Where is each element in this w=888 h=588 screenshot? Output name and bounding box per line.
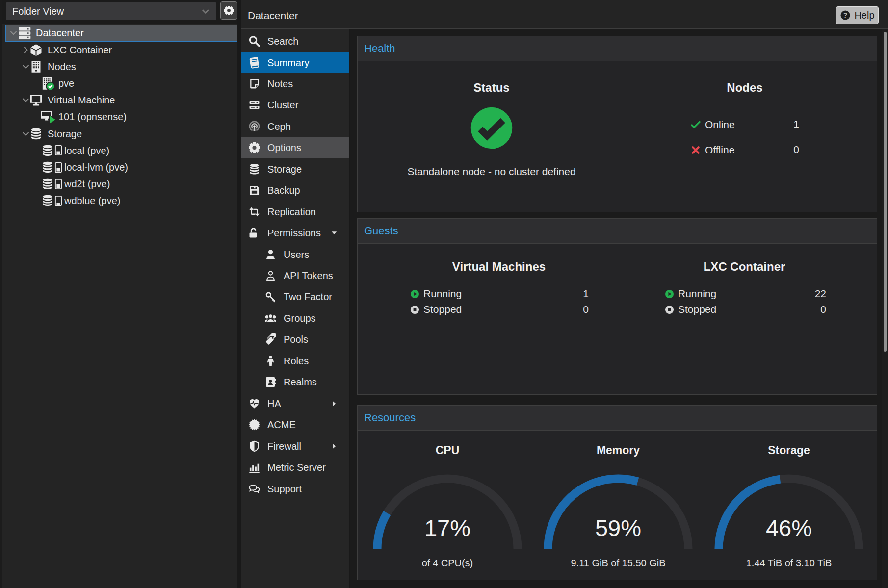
node-status-value: 0 bbox=[770, 144, 799, 155]
chevron-down-icon[interactable] bbox=[199, 5, 212, 18]
nav-item-label: Options bbox=[267, 142, 301, 153]
tree-item-label: 101 (opnsense) bbox=[58, 111, 127, 123]
building-icon bbox=[29, 60, 43, 73]
sticky-note-icon bbox=[248, 77, 261, 90]
node-status-label: Online bbox=[705, 119, 735, 130]
guests-panel-title: Guests bbox=[364, 225, 398, 237]
tree-item-label: local-lvm (pve) bbox=[64, 162, 128, 173]
guest-status-value: 0 bbox=[549, 304, 589, 315]
heartbeat-icon bbox=[248, 397, 261, 409]
database-icon bbox=[29, 127, 43, 140]
nav-item-firewall[interactable]: Firewall bbox=[241, 435, 349, 457]
nav-item-roles[interactable]: Roles bbox=[241, 350, 349, 371]
guests-column-title: LXC Container bbox=[704, 260, 785, 274]
nav-item-two-factor[interactable]: Two Factor bbox=[241, 286, 349, 307]
tree-item-label: Datacenter bbox=[36, 27, 84, 39]
guest-status-value: 1 bbox=[549, 288, 589, 300]
nav-item-metric-server[interactable]: Metric Server bbox=[241, 457, 349, 478]
tree-item-nodes[interactable]: Nodes bbox=[0, 58, 237, 75]
tree-item-virtual-machine[interactable]: Virtual Machine bbox=[0, 92, 237, 109]
tree-item-label: LXC Container bbox=[48, 44, 112, 55]
tree-toolbar: Folder View bbox=[0, 0, 237, 24]
tree-item-label: local (pve) bbox=[64, 145, 109, 156]
nav-item-label: Pools bbox=[284, 334, 308, 345]
server2-icon bbox=[248, 99, 261, 111]
gauge-title: Storage bbox=[768, 444, 810, 457]
guest-status-value: 0 bbox=[787, 304, 826, 315]
ceph-icon bbox=[248, 120, 261, 132]
status-text: Standalone node - no cluster defined bbox=[407, 166, 575, 178]
nav-item-acme[interactable]: ACME bbox=[241, 414, 349, 435]
nav-item-ha[interactable]: HA bbox=[241, 393, 349, 414]
tree-item-101-opnsense[interactable]: 101 (opnsense) bbox=[0, 108, 237, 126]
nav-item-users[interactable]: Users bbox=[241, 244, 349, 265]
guest-status-label: Running bbox=[678, 288, 716, 300]
tree-item-datacenter[interactable]: Datacenter bbox=[5, 25, 237, 42]
guest-status-row: Running bbox=[410, 286, 462, 301]
nav-item-label: Notes bbox=[267, 78, 293, 89]
nav-item-permissions[interactable]: Permissions bbox=[241, 222, 349, 243]
vertical-scrollbar[interactable] bbox=[882, 29, 888, 588]
nav-item-label: Storage bbox=[267, 163, 302, 175]
nav-item-groups[interactable]: Groups bbox=[241, 307, 349, 329]
nav-item-replication[interactable]: Replication bbox=[241, 201, 349, 222]
nav-item-notes[interactable]: Notes bbox=[241, 73, 349, 94]
caret-right-icon bbox=[329, 441, 340, 452]
caret-down-icon bbox=[329, 228, 340, 238]
nav-item-realms[interactable]: Realms bbox=[241, 372, 349, 393]
resources-panel: Resources CPU17%of 4 CPU(s)Memory59%9.11… bbox=[357, 405, 877, 580]
gauge-arc bbox=[364, 466, 531, 555]
view-selector-combobox[interactable]: Folder View bbox=[6, 2, 216, 20]
chevron-down-icon[interactable] bbox=[8, 28, 19, 38]
gauge-title: Memory bbox=[597, 444, 640, 457]
tree-item-lxc-container[interactable]: LXC Container bbox=[0, 41, 237, 58]
nav-item-storage[interactable]: Storage bbox=[241, 158, 349, 179]
nav-item-api-tokens[interactable]: API Tokens bbox=[241, 265, 349, 286]
server-icon bbox=[18, 26, 32, 40]
address-book-icon bbox=[264, 376, 277, 388]
nav-item-label: Ceph bbox=[267, 121, 291, 132]
scrollbar-thumb[interactable] bbox=[884, 32, 887, 352]
nav-item-label: Roles bbox=[284, 355, 309, 366]
resources-panel-title: Resources bbox=[364, 411, 416, 424]
nav-item-support[interactable]: Support bbox=[241, 478, 349, 499]
floppy-icon bbox=[248, 184, 261, 197]
tree-item-local-pve[interactable]: local (pve) bbox=[0, 142, 237, 159]
help-button-label: Help bbox=[854, 10, 874, 21]
tree-item-label: wd2t (pve) bbox=[64, 179, 110, 190]
gauge-title: CPU bbox=[436, 444, 460, 457]
tags-icon bbox=[264, 333, 277, 346]
stop-circle-icon bbox=[410, 305, 419, 314]
gauge-sublabel: 9.11 GiB of 15.50 GiB bbox=[571, 558, 665, 569]
tree-item-wd2t-pve[interactable]: wd2t (pve) bbox=[0, 176, 237, 193]
nav-item-backup[interactable]: Backup bbox=[241, 180, 349, 201]
tree-item-storage[interactable]: Storage bbox=[0, 125, 237, 142]
nav-item-cluster[interactable]: Cluster bbox=[241, 95, 349, 116]
nav-item-pools[interactable]: Pools bbox=[241, 329, 349, 350]
guest-status-label: Stopped bbox=[678, 304, 716, 315]
nav-item-options[interactable]: Options bbox=[241, 137, 349, 158]
tree-item-wdblue-pve[interactable]: wdblue (pve) bbox=[0, 192, 237, 209]
nav-item-ceph[interactable]: Ceph bbox=[241, 116, 349, 137]
health-panel: Health StatusStandalone node - no cluste… bbox=[357, 36, 877, 212]
tree-config-button[interactable] bbox=[220, 1, 237, 20]
nav-item-summary[interactable]: Summary bbox=[241, 52, 349, 73]
nav-item-label: Search bbox=[267, 36, 298, 47]
node-status-label: Offline bbox=[705, 144, 734, 156]
tree-item-label: Virtual Machine bbox=[48, 95, 115, 106]
nav-item-search[interactable]: Search bbox=[241, 30, 349, 51]
database-icon bbox=[41, 178, 62, 191]
node-status-value: 1 bbox=[770, 118, 799, 130]
tree-item-label: wdblue (pve) bbox=[64, 195, 121, 206]
nav-item-label: Cluster bbox=[267, 100, 298, 111]
caret-right-icon bbox=[329, 398, 340, 409]
tree-item-local-lvm-pve[interactable]: local-lvm (pve) bbox=[0, 159, 237, 176]
health-panel-title: Health bbox=[364, 42, 395, 55]
help-button[interactable]: ? Help bbox=[836, 6, 879, 24]
nav-item-label: Two Factor bbox=[284, 291, 332, 303]
guest-status-row: Stopped bbox=[665, 302, 716, 317]
play-circle-icon bbox=[410, 289, 419, 299]
nav-item-label: ACME bbox=[267, 419, 296, 431]
nav-item-label: API Tokens bbox=[284, 270, 333, 281]
tree-item-pve[interactable]: pve bbox=[0, 75, 237, 92]
